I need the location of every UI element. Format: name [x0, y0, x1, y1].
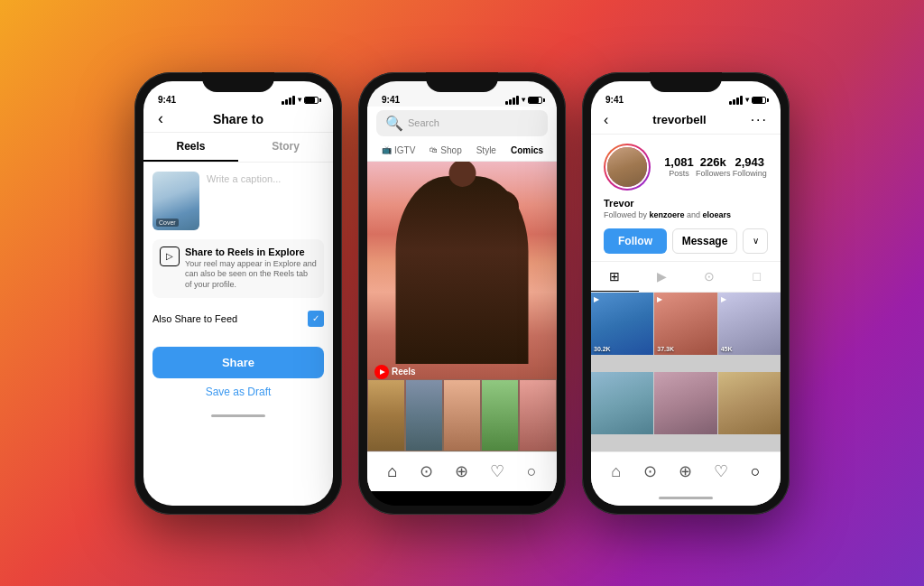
ptab-reels[interactable]: ▶	[639, 262, 687, 292]
also-share-row[interactable]: Also Share to Feed ✓	[152, 307, 324, 330]
ptab-grid[interactable]: ⊞	[591, 262, 639, 292]
grid-item-1[interactable]: ▶ 30.2K	[591, 293, 653, 355]
explore-screen: 🔍 Search 📺 IGTV 🛍 Shop Style Comi	[367, 107, 557, 491]
grid-item-6[interactable]	[718, 372, 781, 434]
cat-tv[interactable]: TV & Mo...	[550, 140, 557, 161]
reels-text: Reels	[392, 367, 416, 377]
wifi-icon-3: ▾	[745, 96, 749, 104]
cat-shop[interactable]: 🛍 Shop	[422, 140, 468, 161]
also-share-checkbox[interactable]: ✓	[308, 311, 324, 327]
play-icon-2: ▶	[657, 295, 662, 303]
igtv-icon: 📺	[382, 145, 392, 154]
reel-thumb-3[interactable]	[443, 379, 481, 451]
grid-item-5[interactable]	[654, 372, 716, 434]
add-nav[interactable]: ⊕	[455, 461, 468, 481]
reels-icon-label: ▶ Reels	[374, 365, 416, 379]
cover-thumbnail: Cover	[152, 172, 199, 230]
followers-count: 226k	[696, 155, 731, 169]
cat-style[interactable]: Style	[469, 140, 504, 161]
phone-share: 9:41 ▾ ‹ Share to Reels	[134, 72, 342, 515]
ptab-tagged[interactable]: ⊙	[686, 262, 734, 292]
ptab-igtv[interactable]: □	[734, 262, 781, 292]
home-nav-3[interactable]: ⌂	[611, 462, 621, 481]
caption-row: Cover Write a caption...	[152, 172, 324, 230]
follow-button[interactable]: Follow	[604, 228, 667, 254]
explore-toggle: ▷ Share to Reels in Explore Your reel ma…	[152, 239, 324, 298]
explore-desc: Your reel may appear in Explore and can …	[185, 259, 317, 291]
profile-grid: ▶ 30.2K ▶ 37.3K ▶ 45K	[591, 293, 781, 451]
stat-following[interactable]: 2,943 Following	[733, 155, 767, 178]
views-1: 30.2K	[594, 346, 611, 352]
follower1-link[interactable]: kenzoere	[650, 210, 685, 219]
more-options-button[interactable]: ···	[751, 112, 768, 128]
follower2-link[interactable]: eloears	[703, 210, 732, 219]
search-nav-3[interactable]: ⊙	[643, 461, 657, 481]
wifi-icon-2: ▾	[522, 96, 525, 104]
profile-username: trevorbell	[652, 113, 706, 126]
grid-item-2[interactable]: ▶ 37.3K	[654, 293, 716, 355]
cat-comics[interactable]: Comics	[504, 140, 550, 161]
notch-3	[650, 72, 722, 92]
status-icons-2: ▾	[505, 96, 542, 105]
reels-logo-icon: ▶	[374, 365, 389, 379]
wifi-icon-1: ▾	[298, 96, 301, 104]
home-nav[interactable]: ⌂	[387, 462, 397, 481]
avatar-inner	[605, 145, 649, 189]
grid-item-3[interactable]: ▶ 45K	[718, 293, 781, 355]
share-button[interactable]: Share	[152, 347, 324, 378]
reel-thumb-1[interactable]	[367, 379, 405, 451]
status-time-1: 9:41	[158, 95, 176, 105]
caption-input[interactable]: Write a caption...	[207, 172, 324, 184]
following-label: Following	[733, 169, 767, 178]
signal-icon-2	[505, 96, 519, 105]
status-icons-3: ▾	[729, 96, 766, 105]
followed-by: Followed by kenzoere and eloears	[591, 210, 781, 225]
home-indicator-3	[591, 491, 781, 506]
profile-nav[interactable]: ○	[527, 462, 537, 481]
reel-thumb-2[interactable]	[405, 379, 443, 451]
share-title: Share to	[213, 112, 263, 126]
share-tabs: Reels Story	[143, 133, 333, 163]
search-nav[interactable]: ⊙	[420, 461, 433, 481]
heart-nav[interactable]: ♡	[490, 461, 504, 481]
play-icon-3: ▶	[721, 295, 726, 303]
save-draft-button[interactable]: Save as Draft	[152, 386, 324, 398]
back-button[interactable]: ‹	[158, 109, 163, 128]
phone-profile: 9:41 ▾ ‹ trevorbell ···	[582, 72, 790, 515]
notch-1	[202, 72, 274, 92]
profile-info: 1,081 Posts 226k Followers 2,943 Followi…	[591, 135, 781, 198]
share-body: Cover Write a caption... ▷ Share to Reel…	[143, 163, 333, 340]
share-header: ‹ Share to	[143, 107, 333, 133]
profile-avatar	[604, 144, 651, 191]
tab-story[interactable]: Story	[238, 133, 333, 162]
profile-nav-3[interactable]: ○	[751, 462, 761, 481]
heart-nav-3[interactable]: ♡	[714, 461, 728, 481]
profile-stats: 1,081 Posts 226k Followers 2,943 Followi…	[663, 155, 768, 178]
battery-icon-1	[304, 97, 319, 104]
reel-thumb-4[interactable]	[481, 379, 519, 451]
battery-icon-2	[528, 97, 542, 104]
message-button[interactable]: Message	[672, 228, 737, 254]
person-head	[448, 162, 476, 187]
category-tabs: 📺 IGTV 🛍 Shop Style Comics TV & Mo...	[367, 140, 557, 162]
stat-followers[interactable]: 226k Followers	[696, 155, 731, 178]
posts-label: Posts	[664, 169, 694, 178]
profile-screen: ‹ trevorbell ··· 1,081 Posts 22	[591, 107, 781, 491]
status-time-3: 9:41	[605, 95, 624, 105]
home-indicator-2	[367, 491, 557, 506]
reel-thumb-5[interactable]	[519, 379, 557, 451]
add-nav-3[interactable]: ⊕	[679, 461, 692, 481]
profile-back-button[interactable]: ‹	[604, 112, 608, 128]
tab-reels[interactable]: Reels	[143, 133, 238, 162]
grid-item-4[interactable]	[591, 372, 653, 434]
cat-igtv[interactable]: 📺 IGTV	[374, 140, 422, 161]
avatar-image	[607, 147, 647, 187]
dropdown-button[interactable]: ∨	[743, 228, 768, 254]
phone-explore: 9:41 ▾ 🔍 Search	[358, 72, 566, 515]
reels-icon-shape: ▷	[166, 251, 173, 261]
search-box[interactable]: 🔍 Search	[376, 110, 548, 136]
profile-header: ‹ trevorbell ···	[591, 107, 781, 135]
signal-icon-3	[729, 96, 743, 105]
share-footer: Share Save as Draft	[143, 340, 333, 409]
reels-feed: ▶ Reels	[367, 162, 557, 451]
